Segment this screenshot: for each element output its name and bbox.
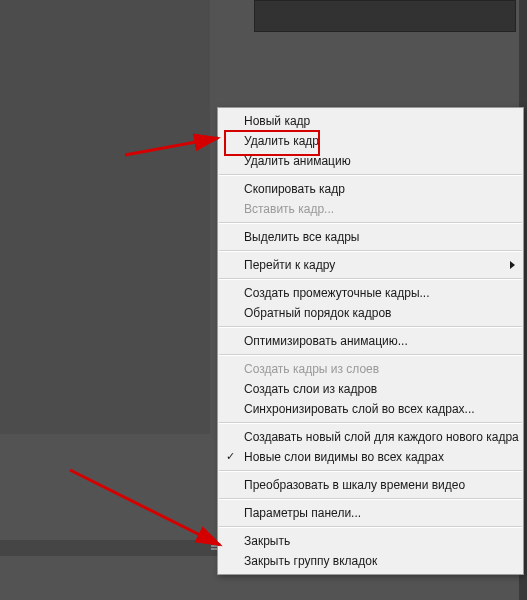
menu-go-to-frame[interactable]: Перейти к кадру — [218, 255, 523, 275]
menu-new-layers-visible[interactable]: ✓ Новые слои видимы во всех кадрах — [218, 447, 523, 467]
canvas-panel — [0, 0, 210, 434]
menu-tween[interactable]: Создать промежуточные кадры... — [218, 283, 523, 303]
checkmark-icon: ✓ — [226, 450, 235, 463]
menu-make-layers-from-frames[interactable]: Создать слои из кадров — [218, 379, 523, 399]
menu-paste-frame: Вставить кадр... — [218, 199, 523, 219]
menu-convert-timeline[interactable]: Преобразовать в шкалу времени видео — [218, 475, 523, 495]
menu-select-all-frames[interactable]: Выделить все кадры — [218, 227, 523, 247]
menu-reverse-frames[interactable]: Обратный порядок кадров — [218, 303, 523, 323]
menu-separator — [219, 422, 522, 424]
menu-copy-frame[interactable]: Скопировать кадр — [218, 179, 523, 199]
menu-separator — [219, 174, 522, 176]
menu-delete-frame[interactable]: Удалить кадр — [218, 131, 523, 151]
timeline-thumbnail-area — [254, 0, 516, 32]
menu-close-tab-group[interactable]: Закрыть группу вкладок — [218, 551, 523, 571]
menu-separator — [219, 498, 522, 500]
menu-separator — [219, 470, 522, 472]
menu-new-layer-each-frame[interactable]: Создавать новый слой для каждого нового … — [218, 427, 523, 447]
menu-separator — [219, 526, 522, 528]
menu-separator — [219, 222, 522, 224]
app-stage: 65 10 Новый кадр Удалить кадр Удалить ан… — [0, 0, 527, 600]
menu-label: Перейти к кадру — [244, 258, 335, 272]
menu-new-frame[interactable]: Новый кадр — [218, 111, 523, 131]
menu-separator — [219, 354, 522, 356]
menu-delete-animation[interactable]: Удалить анимацию — [218, 151, 523, 171]
menu-label: Новые слои видимы во всех кадрах — [244, 450, 444, 464]
menu-separator — [219, 250, 522, 252]
timeline-flyout-menu: Новый кадр Удалить кадр Удалить анимацию… — [217, 107, 524, 575]
menu-sync-layer[interactable]: Синхронизировать слой во всех кадрах... — [218, 399, 523, 419]
menu-separator — [219, 326, 522, 328]
submenu-arrow-icon — [510, 261, 515, 269]
svg-line-7 — [70, 470, 220, 545]
menu-make-frames-from-layers: Создать кадры из слоев — [218, 359, 523, 379]
panel-footer — [0, 540, 235, 556]
menu-separator — [219, 278, 522, 280]
menu-optimize-animation[interactable]: Оптимизировать анимацию... — [218, 331, 523, 351]
menu-panel-options[interactable]: Параметры панели... — [218, 503, 523, 523]
menu-close[interactable]: Закрыть — [218, 531, 523, 551]
